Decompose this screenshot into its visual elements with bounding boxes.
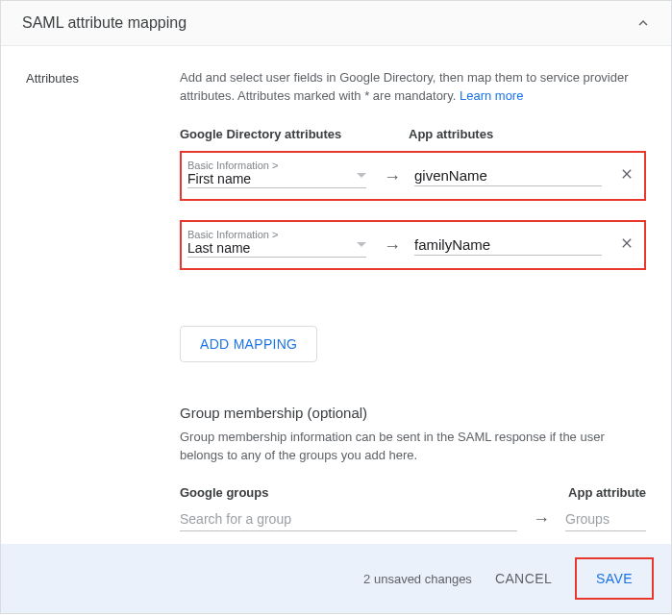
chevron-up-icon[interactable] (635, 14, 652, 32)
remove-mapping-button[interactable] (615, 232, 638, 255)
panel-header[interactable]: SAML attribute mapping (1, 1, 671, 46)
description-text: Add and select user fields in Google Dir… (180, 70, 629, 103)
mapping-row: Basic Information > First name → (180, 151, 646, 201)
app-attribute-input[interactable] (414, 231, 602, 256)
dropdown-icon (357, 173, 366, 178)
arrow-right-icon: → (384, 160, 401, 187)
add-mapping-button[interactable]: ADD MAPPING (180, 326, 317, 362)
cancel-button[interactable]: CANCEL (495, 571, 552, 586)
section-label: Attributes (26, 69, 151, 531)
directory-value: Last name (187, 240, 366, 256)
save-highlight: SAVE (575, 557, 654, 600)
group-row: → Groups (180, 507, 646, 531)
app-column-header: App attributes (409, 127, 493, 141)
attributes-description: Add and select user fields in Google Dir… (180, 69, 646, 106)
directory-column-header: Google Directory attributes (180, 127, 399, 141)
app-attribute-input[interactable] (414, 161, 602, 186)
group-membership-section: Group membership (optional) Group member… (180, 405, 646, 532)
saml-mapping-panel: SAML attribute mapping Attributes Add an… (0, 0, 672, 614)
save-button[interactable]: SAVE (579, 565, 650, 592)
attributes-section: Add and select user fields in Google Dir… (180, 69, 646, 531)
directory-attribute-select[interactable]: Basic Information > Last name (187, 229, 366, 258)
google-groups-header: Google groups (180, 485, 268, 500)
breadcrumb: Basic Information > (187, 229, 366, 240)
arrow-right-icon: → (533, 509, 550, 530)
panel-title: SAML attribute mapping (22, 14, 187, 32)
column-headers: Google Directory attributes App attribut… (180, 127, 646, 141)
breadcrumb: Basic Information > (187, 160, 366, 171)
group-column-headers: Google groups App attribute (180, 485, 646, 500)
directory-value: First name (187, 171, 366, 186)
footer-bar: 2 unsaved changes CANCEL SAVE (1, 544, 671, 613)
dropdown-icon (357, 242, 366, 247)
unsaved-changes-text: 2 unsaved changes (363, 572, 472, 586)
panel-body: Attributes Add and select user fields in… (1, 46, 671, 531)
group-title: Group membership (optional) (180, 405, 646, 421)
mapping-row: Basic Information > Last name → (180, 220, 646, 270)
remove-mapping-button[interactable] (615, 162, 638, 185)
learn-more-link[interactable]: Learn more (460, 88, 523, 103)
directory-attribute-select[interactable]: Basic Information > First name (187, 160, 366, 188)
arrow-right-icon: → (384, 229, 401, 257)
group-description: Group membership information can be sent… (180, 429, 646, 465)
group-search-input[interactable] (180, 507, 517, 531)
group-app-attribute-value[interactable]: Groups (565, 507, 646, 531)
group-app-attribute-header: App attribute (568, 485, 646, 500)
